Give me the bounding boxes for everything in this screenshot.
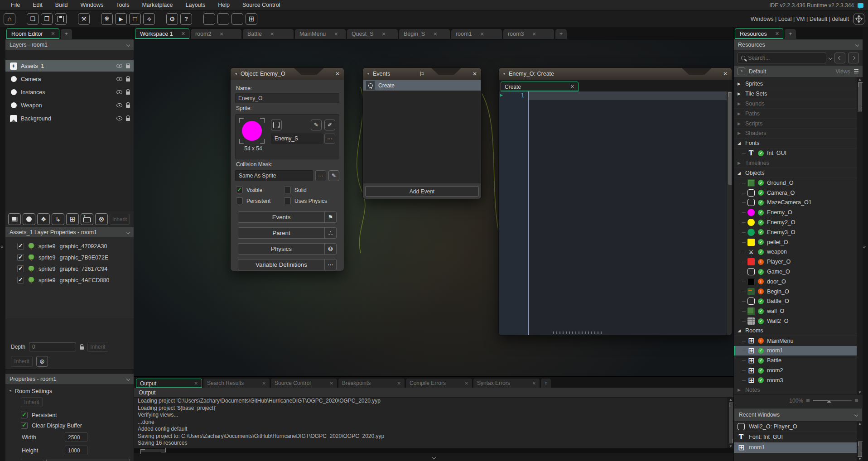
workspace-tab[interactable]: Battle ✕: [243, 29, 294, 39]
close-icon[interactable]: ✕: [219, 31, 223, 37]
toolbar-button[interactable]: [27, 13, 39, 25]
toolbar-button[interactable]: [78, 13, 90, 25]
close-icon[interactable]: ✕: [465, 381, 468, 386]
scroll-down-icon[interactable]: ▼: [858, 390, 862, 394]
code-editor-window[interactable]: Enemy_O: Create ✕ Create ✕ ▶ 1: [498, 67, 732, 336]
visibility-eye-icon[interactable]: [116, 64, 122, 68]
resource-row[interactable]: Fonts: [734, 139, 863, 149]
layer-inherit-button[interactable]: Inherit: [11, 356, 33, 367]
resource-row[interactable]: Sprites: [734, 79, 863, 89]
layer-row[interactable]: Instances: [5, 86, 134, 98]
tab-room-editor[interactable]: Room Editor ✕: [6, 28, 59, 39]
edit-image-icon[interactable]: ✎: [311, 120, 322, 130]
layer-tool-button[interactable]: [81, 213, 93, 225]
layer-tool-button[interactable]: [23, 213, 35, 225]
left-collapse-strip[interactable]: «: [0, 27, 5, 461]
fold-arrow-icon[interactable]: ▶: [500, 92, 503, 97]
asset-checkbox[interactable]: [17, 277, 24, 283]
object-checkbox[interactable]: [284, 197, 291, 204]
asset-row[interactable]: sprite9 graphic_47092A30: [5, 240, 134, 252]
resource-row[interactable]: Begin_O: [734, 287, 863, 297]
edit-sprite-icon[interactable]: ✐: [324, 120, 335, 130]
recent-windows-header[interactable]: Recent Windows: [734, 408, 863, 422]
asset-row[interactable]: sprite9 graphic_7B9E072E: [5, 252, 134, 263]
asset-row[interactable]: sprite9 graphic_4AFCD880: [5, 274, 134, 286]
lock-icon[interactable]: [126, 105, 130, 108]
lock-icon[interactable]: [126, 91, 130, 95]
close-icon[interactable]: ✕: [51, 31, 55, 37]
close-icon[interactable]: ✕: [433, 31, 437, 37]
close-icon[interactable]: ✕: [723, 71, 728, 77]
event-row[interactable]: Create: [363, 80, 481, 91]
toolbar-button[interactable]: [4, 13, 15, 25]
close-icon[interactable]: ✕: [397, 381, 401, 386]
resource-row[interactable]: Enemy3_O: [734, 227, 863, 237]
object-action-button[interactable]: Variable Definitions: [238, 259, 337, 270]
collapse-left-icon[interactable]: «: [0, 244, 3, 249]
room-properties-header[interactable]: Properties - room1: [5, 374, 134, 384]
resource-row[interactable]: Objects: [734, 168, 863, 178]
sprite-thumbnail[interactable]: [239, 118, 265, 144]
resource-row[interactable]: Shaders: [734, 129, 863, 139]
close-icon[interactable]: ✕: [270, 31, 274, 37]
creation-code-button[interactable]: Creation Code: [46, 459, 130, 461]
menu-item[interactable]: Edit: [26, 0, 49, 10]
menu-item[interactable]: Source Control: [236, 0, 286, 10]
resource-row[interactable]: Battle_O: [734, 297, 863, 307]
visibility-eye-icon[interactable]: [116, 90, 122, 94]
close-icon[interactable]: ✕: [532, 381, 536, 386]
menu-item[interactable]: Windows: [74, 0, 110, 10]
code-area[interactable]: [529, 91, 732, 335]
toolbar-button[interactable]: [115, 13, 127, 25]
close-icon[interactable]: ✕: [335, 71, 340, 77]
event-list[interactable]: Create: [363, 80, 481, 183]
expander-icon[interactable]: [738, 171, 742, 175]
expander-icon[interactable]: [738, 91, 742, 96]
new-sprite-icon[interactable]: [271, 120, 282, 130]
navigate-back-button[interactable]: [834, 53, 845, 63]
collapse-triangle-icon[interactable]: [503, 73, 505, 75]
toolbar-button[interactable]: [55, 13, 67, 25]
resource-row[interactable]: Rooms: [734, 326, 863, 336]
collision-browse-icon[interactable]: ⋯: [315, 170, 326, 181]
scrollbar-thumb[interactable]: [728, 92, 732, 185]
add-output-tab-button[interactable]: +: [541, 379, 551, 388]
layer-row[interactable]: Assets_1: [5, 60, 134, 72]
visibility-eye-icon[interactable]: [116, 116, 122, 120]
inherit-button[interactable]: Inherit: [110, 214, 130, 225]
scroll-up-icon[interactable]: ▲: [858, 77, 862, 82]
output-tab[interactable]: Compile Errors ✕: [406, 379, 472, 388]
workspace-tab[interactable]: Workspace 1 ✕: [135, 28, 189, 39]
resource-row[interactable]: Ground_O: [734, 178, 863, 188]
object-action-button[interactable]: Physics: [238, 243, 337, 255]
output-tab[interactable]: Source Control ✕: [271, 379, 337, 388]
collision-edit-icon[interactable]: ✎: [328, 170, 339, 181]
workspace-tab[interactable]: MainMenu ✕: [295, 29, 346, 39]
collision-mask-dropdown[interactable]: Same As Sprite: [235, 170, 313, 181]
zoom-in-handle[interactable]: [855, 399, 858, 402]
output-collapse-bar[interactable]: [134, 453, 733, 461]
layer-row[interactable]: Camera: [5, 73, 134, 85]
scrollbar-thumb[interactable]: [858, 442, 862, 457]
code-editor[interactable]: ▶ 1: [499, 91, 732, 335]
events-window[interactable]: Events ⚐ ✕ Create Add Event: [362, 67, 482, 199]
scrollbar-thumb[interactable]: [140, 449, 166, 452]
resources-header[interactable]: Resources: [734, 39, 863, 50]
expander-icon[interactable]: [738, 161, 742, 165]
resource-row[interactable]: Sounds: [734, 99, 863, 109]
sprite-dropdown[interactable]: Enemy_S: [271, 134, 323, 144]
expander-icon[interactable]: [738, 111, 742, 116]
editor-scrollbar[interactable]: [727, 91, 732, 335]
close-icon[interactable]: ✕: [334, 31, 338, 37]
collapse-all-icon[interactable]: [738, 67, 745, 75]
tab-resources[interactable]: Resources ✕: [735, 28, 783, 39]
navigate-forward-button[interactable]: [848, 53, 859, 63]
output-horizontal-scrollbar[interactable]: [134, 448, 733, 453]
views-menu-icon[interactable]: ☰: [854, 68, 859, 75]
visibility-eye-icon[interactable]: [116, 77, 122, 81]
toolbar-button[interactable]: [180, 13, 192, 25]
code-window-titlebar[interactable]: Enemy_O: Create ✕: [499, 68, 732, 80]
resource-row[interactable]: Paths: [734, 109, 863, 119]
toolbar-button[interactable]: [217, 13, 229, 25]
toolbar-button[interactable]: [143, 13, 155, 25]
